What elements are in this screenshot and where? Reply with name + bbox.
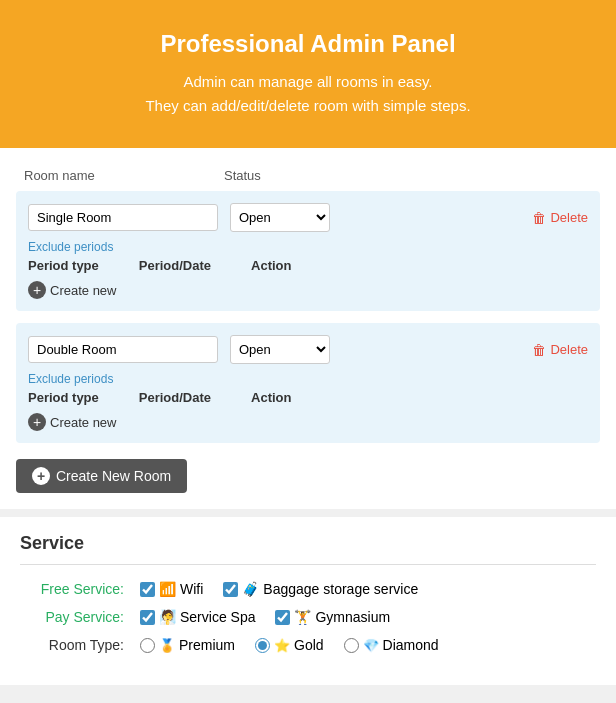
room-type-row: Room Type: Premium Gold Diamond — [20, 637, 596, 653]
create-room-label: Create New Room — [56, 468, 171, 484]
main-content: Room name Status Open Closed 🗑 Delete Ex… — [0, 148, 616, 509]
delete-room-button-0[interactable]: 🗑 Delete — [532, 210, 588, 226]
room-type-label: Room Type: — [20, 637, 140, 653]
spa-icon — [159, 609, 176, 625]
page-header: Professional Admin Panel Admin can manag… — [0, 0, 616, 148]
gym-label[interactable]: Gymnasium — [315, 609, 390, 625]
room-status-select-0[interactable]: Open Closed — [230, 203, 330, 232]
plus-icon-1: + — [28, 413, 46, 431]
room-type-premium: Premium — [140, 637, 235, 653]
diamond-icon — [363, 637, 379, 653]
spa-checkbox[interactable] — [140, 610, 155, 625]
delete-label-0: Delete — [550, 210, 588, 225]
delete-room-button-1[interactable]: 🗑 Delete — [532, 342, 588, 358]
trash-icon-1: 🗑 — [532, 342, 546, 358]
service-section: Service Free Service: Wifi Baggage stora… — [0, 517, 616, 685]
free-service-items: Wifi Baggage storage service — [140, 581, 418, 597]
col-status: Status — [224, 168, 344, 183]
plus-icon-0: + — [28, 281, 46, 299]
period-type-header-0: Period type — [28, 258, 99, 273]
create-new-period-button-1[interactable]: + Create new — [28, 411, 116, 433]
create-room-plus-icon: + — [32, 467, 50, 485]
baggage-icon — [242, 581, 259, 597]
exclude-periods-1: Exclude periods Period type Period/Date … — [28, 372, 588, 433]
page-title: Professional Admin Panel — [20, 30, 596, 58]
premium-radio[interactable] — [140, 638, 155, 653]
diamond-label[interactable]: Diamond — [383, 637, 439, 653]
free-service-label: Free Service: — [20, 581, 140, 597]
action-header-1: Action — [251, 390, 291, 405]
exclude-label-0: Exclude periods — [28, 240, 588, 254]
service-item-wifi: Wifi — [140, 581, 203, 597]
room-type-diamond: Diamond — [344, 637, 439, 653]
premium-label[interactable]: Premium — [179, 637, 235, 653]
exclude-label-1: Exclude periods — [28, 372, 588, 386]
header-desc-line1: Admin can manage all rooms in easy. — [20, 70, 596, 94]
diamond-radio[interactable] — [344, 638, 359, 653]
create-new-label-0: Create new — [50, 283, 116, 298]
wifi-checkbox[interactable] — [140, 582, 155, 597]
period-date-header-0: Period/Date — [139, 258, 211, 273]
pay-service-items: Service Spa Gymnasium — [140, 609, 390, 625]
pay-service-row: Pay Service: Service Spa Gymnasium — [20, 609, 596, 625]
action-header-0: Action — [251, 258, 291, 273]
create-new-room-button[interactable]: + Create New Room — [16, 459, 187, 493]
trash-icon-0: 🗑 — [532, 210, 546, 226]
wifi-label[interactable]: Wifi — [180, 581, 203, 597]
gold-icon — [274, 637, 290, 653]
period-headers-1: Period type Period/Date Action — [28, 390, 588, 405]
create-new-period-button-0[interactable]: + Create new — [28, 279, 116, 301]
gold-label[interactable]: Gold — [294, 637, 324, 653]
gym-icon — [294, 609, 311, 625]
wifi-icon — [159, 581, 176, 597]
exclude-periods-0: Exclude periods Period type Period/Date … — [28, 240, 588, 301]
room-name-input-1[interactable] — [28, 336, 218, 363]
baggage-checkbox[interactable] — [223, 582, 238, 597]
room-row-0: Open Closed 🗑 Delete — [28, 203, 588, 232]
free-service-row: Free Service: Wifi Baggage storage servi… — [20, 581, 596, 597]
room-status-select-1[interactable]: Open Closed — [230, 335, 330, 364]
service-title: Service — [20, 533, 596, 565]
room-type-items: Premium Gold Diamond — [140, 637, 439, 653]
room-type-gold: Gold — [255, 637, 324, 653]
spa-label[interactable]: Service Spa — [180, 609, 255, 625]
period-type-header-1: Period type — [28, 390, 99, 405]
gym-checkbox[interactable] — [275, 610, 290, 625]
service-item-gym: Gymnasium — [275, 609, 390, 625]
col-room-name: Room name — [24, 168, 224, 183]
period-date-header-1: Period/Date — [139, 390, 211, 405]
create-new-label-1: Create new — [50, 415, 116, 430]
baggage-label[interactable]: Baggage storage service — [263, 581, 418, 597]
premium-icon — [159, 637, 175, 653]
service-item-baggage: Baggage storage service — [223, 581, 418, 597]
column-headers: Room name Status — [16, 164, 600, 191]
pay-service-label: Pay Service: — [20, 609, 140, 625]
gold-radio[interactable] — [255, 638, 270, 653]
delete-label-1: Delete — [550, 342, 588, 357]
period-headers-0: Period type Period/Date Action — [28, 258, 588, 273]
room-card-1: Open Closed 🗑 Delete Exclude periods Per… — [16, 323, 600, 443]
room-card-0: Open Closed 🗑 Delete Exclude periods Per… — [16, 191, 600, 311]
service-item-spa: Service Spa — [140, 609, 255, 625]
room-name-input-0[interactable] — [28, 204, 218, 231]
room-row-1: Open Closed 🗑 Delete — [28, 335, 588, 364]
header-desc-line2: They can add/edit/delete room with simpl… — [20, 94, 596, 118]
